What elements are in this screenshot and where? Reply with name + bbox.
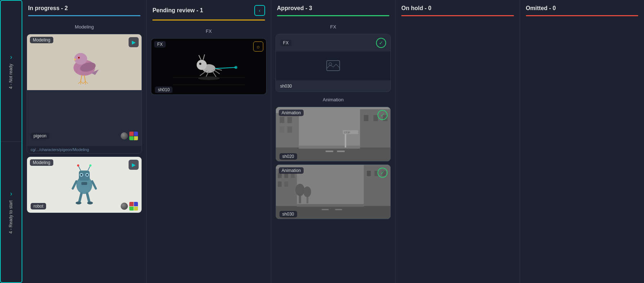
svg-line-42 bbox=[213, 70, 220, 74]
column-inprogress: In progress - 2 Modeling Modeling ▶ bbox=[22, 0, 147, 283]
card-pigeon[interactable]: Modeling ▶ bbox=[27, 34, 142, 154]
svg-rect-62 bbox=[299, 146, 360, 149]
pigeon-path: cg/.../characters/pigeon/Modeling bbox=[27, 146, 142, 153]
column-underline-omitted bbox=[526, 15, 638, 16]
column-title-approved: Approved - 3 bbox=[277, 5, 389, 12]
card-robot[interactable]: Modeling ▶ bbox=[27, 156, 142, 213]
check-icon-sh030: ✓ bbox=[377, 168, 388, 178]
svg-rect-51 bbox=[279, 117, 284, 123]
svg-point-45 bbox=[234, 66, 237, 69]
review-icon-pending[interactable]: ☼ bbox=[253, 41, 263, 52]
pigeon-footer: pigeon bbox=[27, 129, 142, 142]
group-label-fx-approved: FX bbox=[276, 24, 391, 30]
no-thumb-header-fx: FX ✓ bbox=[276, 34, 390, 52]
column-underline-onhold bbox=[401, 15, 514, 16]
sidebar-section-ready[interactable]: › 4 - Ready to start bbox=[1, 142, 22, 282]
column-body-inprogress: Modeling Modeling ▶ bbox=[22, 19, 146, 283]
svg-rect-56 bbox=[364, 115, 368, 121]
svg-point-80 bbox=[303, 186, 311, 197]
svg-rect-53 bbox=[279, 127, 284, 133]
svg-rect-82 bbox=[297, 204, 364, 207]
svg-rect-52 bbox=[287, 117, 292, 123]
chevron-right-icon-2: › bbox=[10, 190, 12, 198]
column-body-approved: FX FX ✓ sh030 bbox=[271, 19, 395, 283]
card-fx-sh010[interactable]: FX ☼ bbox=[151, 38, 266, 95]
column-title-omitted: Omitted - 0 bbox=[526, 5, 638, 12]
column-header-inprogress: In progress - 2 bbox=[22, 0, 146, 15]
svg-line-17 bbox=[79, 166, 81, 171]
image-placeholder-icon bbox=[326, 60, 340, 72]
kanban-board: In progress - 2 Modeling Modeling ▶ bbox=[22, 0, 644, 283]
check-icon-sh020: ✓ bbox=[377, 110, 388, 120]
svg-rect-71 bbox=[278, 181, 282, 187]
chevron-right-icon: › bbox=[10, 53, 12, 61]
sidebar-label-ready: 4 - Ready to start bbox=[8, 200, 14, 234]
svg-line-38 bbox=[203, 54, 205, 60]
column-title-pending: Pending review - 1 bbox=[152, 7, 251, 14]
sidebar: › 4 - Not ready › 4 - Ready to start bbox=[0, 0, 22, 283]
anim-sh030-footer: sh030 bbox=[276, 209, 390, 219]
svg-line-19 bbox=[88, 166, 90, 171]
nav-back-button[interactable]: ‹ bbox=[254, 5, 265, 16]
column-header-approved: Approved - 3 bbox=[271, 0, 395, 15]
play-button-pigeon[interactable]: ▶ bbox=[129, 37, 139, 47]
column-body-pending: FX FX ☼ bbox=[147, 23, 270, 283]
column-underline-inprogress bbox=[28, 15, 140, 16]
svg-line-8 bbox=[84, 75, 85, 81]
svg-rect-72 bbox=[284, 181, 288, 187]
column-body-omitted bbox=[520, 19, 644, 283]
swatch-grid-robot bbox=[129, 202, 138, 211]
svg-point-4 bbox=[79, 57, 80, 58]
svg-point-36 bbox=[199, 63, 201, 65]
pigeon-svg bbox=[61, 39, 108, 86]
sidebar-section-not-ready[interactable]: › 4 - Not ready bbox=[1, 1, 22, 142]
robot-name-label: robot bbox=[31, 203, 46, 209]
svg-line-44 bbox=[215, 67, 236, 68]
card-fx-sh030-approved[interactable]: FX ✓ sh030 bbox=[276, 34, 391, 92]
group-label-fx-pending: FX bbox=[151, 28, 266, 34]
svg-point-1 bbox=[74, 53, 87, 65]
group-label-animation: Animation bbox=[276, 97, 391, 102]
card-tag-anim-sh020: Animation bbox=[279, 110, 304, 116]
card-tag-anim-sh030: Animation bbox=[279, 167, 304, 174]
card-tag-modeling-pigeon: Modeling bbox=[30, 37, 53, 43]
column-body-onhold bbox=[395, 19, 519, 283]
swatch-ball-robot bbox=[121, 203, 128, 210]
svg-point-23 bbox=[81, 174, 82, 176]
robot-footer: robot bbox=[27, 200, 142, 213]
group-label-modeling: Modeling bbox=[27, 24, 142, 30]
fx-footer: sh010 bbox=[151, 85, 266, 94]
svg-point-18 bbox=[77, 164, 79, 167]
svg-text:STOP: STOP bbox=[344, 131, 350, 134]
svg-rect-25 bbox=[81, 182, 87, 185]
svg-point-78 bbox=[295, 184, 304, 196]
svg-line-14 bbox=[85, 81, 88, 84]
swatch-ball-pigeon bbox=[121, 132, 128, 140]
card-anim-sh020[interactable]: Animation ✓ bbox=[276, 107, 391, 162]
svg-line-37 bbox=[199, 55, 201, 60]
column-onhold: On hold - 0 bbox=[395, 0, 520, 283]
card-anim-sh030[interactable]: Animation ✓ bbox=[276, 164, 391, 219]
svg-line-12 bbox=[83, 81, 85, 84]
pigeon-name-label: pigeon bbox=[31, 133, 49, 139]
column-underline-pending bbox=[152, 19, 265, 21]
svg-line-27 bbox=[92, 181, 96, 189]
svg-point-20 bbox=[89, 164, 91, 167]
column-pending: Pending review - 1 ‹ FX FX ☼ bbox=[147, 0, 271, 283]
column-approved: Approved - 3 FX FX ✓ bbox=[271, 0, 395, 283]
svg-rect-74 bbox=[367, 171, 371, 176]
column-header-pending: Pending review - 1 ‹ bbox=[147, 0, 270, 19]
svg-point-46 bbox=[198, 76, 220, 80]
column-title-inprogress: In progress - 2 bbox=[28, 5, 140, 12]
svg-point-24 bbox=[86, 174, 88, 176]
no-thumb-body-fx bbox=[276, 52, 390, 80]
column-underline-approved bbox=[277, 15, 389, 16]
column-header-omitted: Omitted - 0 bbox=[520, 0, 644, 15]
swatch-grid-pigeon bbox=[129, 132, 138, 140]
svg-line-7 bbox=[81, 75, 82, 81]
fx-sh030-label: sh030 bbox=[280, 84, 292, 89]
check-icon-fx: ✓ bbox=[376, 38, 386, 48]
column-omitted: Omitted - 0 bbox=[520, 0, 644, 283]
card-tag-fx-approved: FX bbox=[280, 40, 291, 46]
play-button-robot[interactable]: ▶ bbox=[129, 160, 139, 170]
